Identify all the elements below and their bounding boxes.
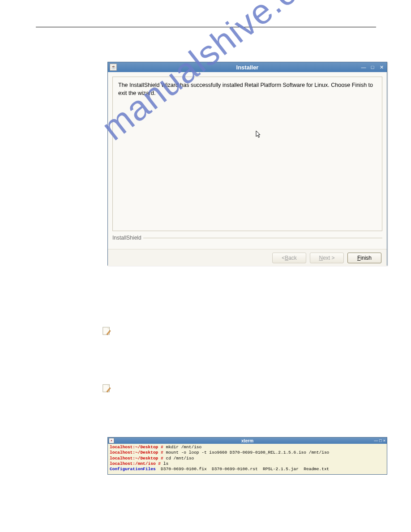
next-underline: N	[319, 255, 323, 261]
terminal-line: localhost:~/Desktop # cd /mnt/iso	[110, 456, 385, 461]
installer-body: The InstallShield Wizard has successfull…	[108, 72, 387, 249]
terminal-output: ConfigurationFiles D370-0699-0100.fix D3…	[110, 467, 385, 472]
page-top-rule	[36, 27, 376, 27]
finish-rest: inish	[360, 255, 372, 261]
separator-line	[143, 238, 382, 238]
back-rest: ack	[288, 255, 297, 261]
wizard-message: The InstallShield Wizard has successfull…	[118, 82, 377, 97]
xterm-window: × xterm — □ × localhost:~/Desktop # mkdi…	[107, 437, 387, 475]
minimize-button[interactable]: —	[360, 64, 367, 70]
terminal-line: localhost:~/Desktop # mkdir /mnt/iso	[110, 445, 385, 450]
finish-button[interactable]: Finish	[347, 253, 381, 263]
finish-underline: F	[357, 255, 360, 261]
maximize-button[interactable]: □	[369, 64, 376, 70]
wizard-button-bar: < Back Next > Finish	[108, 249, 387, 266]
separator-label: InstallShield	[112, 235, 141, 241]
close-button[interactable]: ✕	[378, 64, 385, 70]
window-controls: — □ ✕	[360, 64, 385, 70]
xterm-titlebar[interactable]: × xterm — □ ×	[108, 438, 387, 444]
xterm-close-button[interactable]: ×	[383, 438, 385, 443]
installshield-separator: InstallShield	[112, 235, 382, 241]
content-frame: The InstallShield Wizard has successfull…	[112, 77, 382, 231]
back-button[interactable]: < Back	[272, 253, 306, 263]
cursor-icon	[256, 130, 262, 141]
terminal-line: localhost:~/Desktop # mount -o loop -t i…	[110, 450, 385, 455]
back-prefix: <	[282, 255, 285, 261]
next-rest: ext >	[323, 255, 334, 261]
java-icon: ☕	[110, 64, 117, 71]
next-button[interactable]: Next >	[310, 253, 344, 263]
installer-titlebar[interactable]: ☕ Installer — □ ✕	[108, 62, 387, 72]
xterm-maximize-button[interactable]: □	[379, 438, 381, 443]
installer-title: Installer	[236, 64, 259, 71]
note-icon	[102, 383, 111, 393]
xterm-minimize-button[interactable]: —	[374, 438, 378, 443]
xterm-terminal[interactable]: localhost:~/Desktop # mkdir /mnt/iso loc…	[108, 444, 387, 474]
xterm-window-controls: — □ ×	[374, 438, 385, 443]
xterm-close-box[interactable]: ×	[109, 438, 114, 443]
installer-window: ☕ Installer — □ ✕ The InstallShield Wiza…	[107, 62, 387, 266]
terminal-line: localhost:/mnt/iso # ls	[110, 461, 385, 467]
xterm-title: xterm	[241, 438, 253, 443]
back-underline: B	[285, 255, 288, 261]
note-icon	[102, 326, 111, 336]
